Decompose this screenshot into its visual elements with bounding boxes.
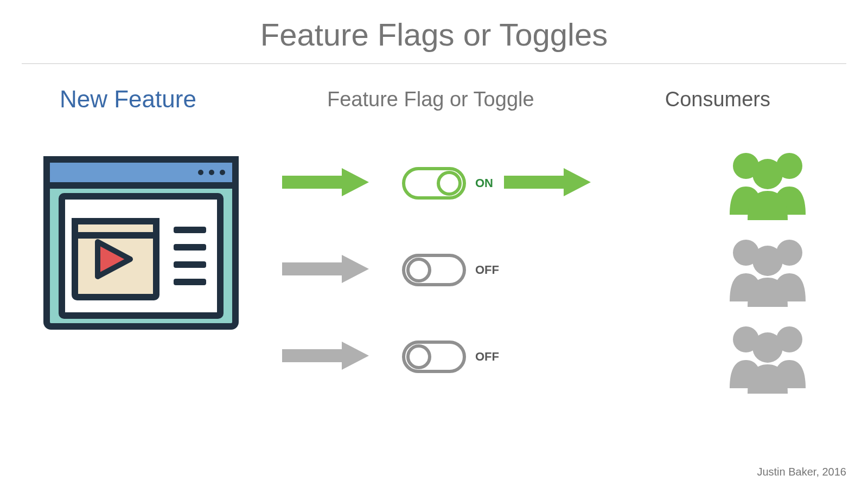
svg-rect-1 [47, 159, 235, 185]
svg-marker-14 [342, 168, 369, 196]
svg-marker-30 [342, 342, 369, 370]
svg-rect-11 [174, 261, 206, 268]
arrow-icon [504, 166, 591, 201]
attribution: Justin Baker, 2016 [757, 466, 846, 478]
flow-row-off: OFF [282, 319, 825, 395]
svg-rect-10 [174, 244, 206, 251]
svg-point-3 [209, 170, 214, 175]
toggle-switch-icon [401, 164, 467, 202]
svg-point-21 [752, 159, 783, 189]
svg-rect-12 [174, 279, 206, 285]
consumers-icon [722, 231, 814, 309]
svg-point-32 [408, 346, 430, 368]
svg-marker-18 [564, 168, 591, 196]
toggle-off: OFF [401, 338, 499, 376]
consumers-icon [722, 318, 814, 396]
arrow-icon [282, 166, 369, 201]
diagram-body: ON [0, 124, 868, 427]
toggle-label: ON [475, 176, 493, 190]
svg-rect-13 [282, 176, 342, 189]
flow-row-off: OFF [282, 232, 825, 308]
toggle-off: OFF [401, 251, 499, 289]
column-heading-toggle: Feature Flag or Toggle [327, 88, 534, 111]
svg-rect-7 [75, 221, 156, 235]
svg-point-16 [438, 172, 460, 194]
consumers-icon [722, 144, 814, 222]
svg-point-35 [752, 332, 783, 363]
svg-point-28 [752, 246, 783, 276]
column-headers: New Feature Feature Flag or Toggle Consu… [0, 64, 868, 124]
flow-row-on: ON [282, 145, 825, 221]
feature-browser-icon [43, 156, 239, 332]
svg-rect-29 [282, 349, 342, 362]
svg-rect-9 [174, 227, 206, 233]
toggle-switch-icon [401, 251, 467, 289]
svg-point-2 [198, 170, 203, 175]
toggle-on: ON [401, 164, 493, 202]
svg-marker-23 [342, 255, 369, 283]
arrow-icon [282, 339, 369, 374]
toggle-label: OFF [475, 350, 499, 364]
svg-point-4 [220, 170, 225, 175]
svg-rect-17 [504, 176, 564, 189]
toggle-label: OFF [475, 263, 499, 277]
svg-point-25 [408, 259, 430, 281]
slide-title: Feature Flags or Toggles [0, 0, 868, 63]
column-heading-new-feature: New Feature [60, 86, 196, 113]
column-heading-consumers: Consumers [665, 88, 770, 111]
arrow-icon [282, 253, 369, 287]
toggle-switch-icon [401, 338, 467, 376]
svg-rect-22 [282, 262, 342, 275]
